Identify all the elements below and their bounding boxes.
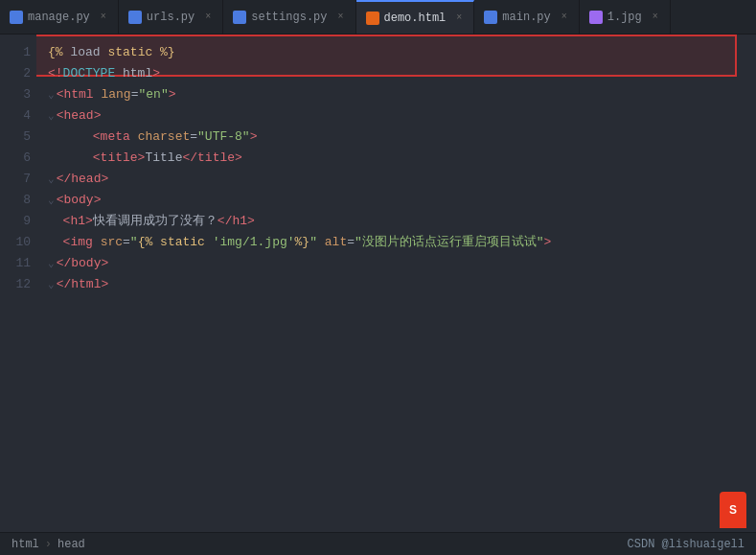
token: > bbox=[152, 63, 160, 84]
token: </head> bbox=[57, 169, 109, 190]
token: > bbox=[169, 84, 176, 105]
csdn-credit: CSDN @lishuaigell bbox=[628, 538, 745, 551]
token: DOCTYPE bbox=[63, 63, 116, 84]
code-line-9: <h1> 快看调用成功了没有？ </h1> bbox=[48, 211, 756, 232]
tab-1jpg[interactable]: 1.jpg × bbox=[580, 0, 671, 35]
code-line-8: ⌄ <body> bbox=[48, 190, 756, 211]
token: <! bbox=[48, 63, 63, 84]
tab-manage-py[interactable]: manage.py × bbox=[0, 0, 119, 35]
token bbox=[94, 84, 102, 105]
tab-demo-html[interactable]: demo.html × bbox=[356, 0, 475, 35]
breadcrumb-file: html bbox=[11, 538, 39, 551]
tab-close-urls[interactable]: × bbox=[203, 11, 213, 23]
token: 'img/1.jpg' bbox=[213, 232, 295, 253]
token: </html> bbox=[57, 274, 109, 295]
token: static bbox=[107, 42, 152, 63]
token: = bbox=[347, 232, 355, 253]
token: load bbox=[63, 42, 108, 63]
csdn-watermark: S bbox=[720, 492, 746, 528]
status-bar: html › head CSDN @lishuaigell bbox=[0, 532, 756, 555]
tab-label: urls.py bbox=[147, 11, 195, 24]
code-line-1: {% load static %} bbox=[48, 42, 756, 63]
token bbox=[130, 127, 138, 148]
code-line-10: <img src = " {% static 'img/1.jpg' %} " … bbox=[48, 232, 756, 253]
token bbox=[48, 127, 93, 148]
code-line-7: ⌄ </head> bbox=[48, 169, 756, 190]
tab-bar: manage.py × urls.py × settings.py × demo… bbox=[0, 0, 756, 35]
code-line-6: <title> Title </title> bbox=[48, 148, 756, 169]
token: %} bbox=[160, 42, 175, 63]
token: alt bbox=[325, 232, 347, 253]
token: src bbox=[101, 232, 123, 253]
jpg-icon bbox=[589, 11, 603, 24]
token: > bbox=[250, 127, 258, 148]
py-icon bbox=[484, 11, 497, 24]
token: Title bbox=[145, 148, 182, 169]
py-icon bbox=[128, 11, 142, 24]
tab-close-demo[interactable]: × bbox=[454, 12, 464, 24]
breadcrumb: html › head bbox=[11, 538, 85, 551]
editor-area: 1 2 3 4 5 6 7 8 9 10 11 12 {% load stati… bbox=[0, 35, 756, 532]
tab-main-py[interactable]: main.py × bbox=[474, 0, 579, 35]
fold-indicator: ⌄ bbox=[48, 169, 55, 190]
token bbox=[205, 232, 213, 253]
token: = bbox=[131, 84, 139, 105]
fold-indicator: ⌄ bbox=[48, 190, 55, 211]
token: <meta bbox=[93, 127, 130, 148]
token bbox=[48, 232, 63, 253]
token: <title> bbox=[93, 148, 146, 169]
token: static bbox=[160, 232, 205, 253]
token: </title> bbox=[182, 148, 241, 169]
html-icon bbox=[366, 12, 379, 25]
token: <html bbox=[57, 84, 94, 105]
token: " bbox=[309, 232, 317, 253]
code-editor[interactable]: {% load static %} <! DOCTYPE html > ⌄ <h… bbox=[36, 35, 756, 532]
token: <img bbox=[63, 232, 93, 253]
token: html bbox=[115, 63, 152, 84]
code-line-4: ⌄ <head> bbox=[48, 105, 756, 127]
token: lang bbox=[101, 84, 130, 105]
token: = bbox=[190, 127, 197, 148]
token: <h1> bbox=[63, 211, 93, 232]
fold-indicator: ⌄ bbox=[48, 84, 55, 105]
tab-close-manage[interactable]: × bbox=[99, 11, 108, 23]
code-line-12: ⌄ </html> bbox=[48, 274, 756, 295]
tab-urls-py[interactable]: urls.py × bbox=[119, 0, 223, 35]
tab-label: manage.py bbox=[28, 11, 90, 24]
py-icon bbox=[10, 11, 23, 24]
tab-label: 1.jpg bbox=[607, 11, 642, 24]
fold-indicator: ⌄ bbox=[48, 105, 55, 127]
tab-label: demo.html bbox=[384, 12, 447, 25]
line-numbers: 1 2 3 4 5 6 7 8 9 10 11 12 bbox=[0, 35, 36, 532]
tab-close-1jpg[interactable]: × bbox=[651, 11, 660, 23]
tab-close-settings[interactable]: × bbox=[335, 11, 345, 23]
token: {% bbox=[138, 232, 153, 253]
code-line-5: <meta charset = "UTF-8" > bbox=[48, 127, 756, 148]
token bbox=[93, 232, 101, 253]
token bbox=[48, 211, 63, 232]
token bbox=[152, 232, 160, 253]
fold-indicator: ⌄ bbox=[48, 274, 55, 295]
token: <head> bbox=[57, 105, 102, 127]
token: > bbox=[544, 232, 552, 253]
token: 快看调用成功了没有？ bbox=[93, 211, 218, 232]
token bbox=[48, 148, 93, 169]
token bbox=[152, 42, 160, 63]
token bbox=[317, 232, 325, 253]
token: = bbox=[123, 232, 130, 253]
token: {% bbox=[48, 42, 63, 63]
tab-settings-py[interactable]: settings.py × bbox=[223, 0, 355, 35]
token: "en" bbox=[138, 84, 168, 105]
token: charset bbox=[138, 127, 191, 148]
tab-close-main[interactable]: × bbox=[560, 11, 569, 23]
code-line-3: ⌄ <html lang = "en" > bbox=[48, 84, 756, 105]
tab-label: settings.py bbox=[251, 11, 327, 24]
token: "没图片的话点运行重启项目试试" bbox=[355, 232, 544, 253]
fold-indicator: ⌄ bbox=[48, 253, 55, 274]
py-icon bbox=[233, 11, 246, 24]
token: </body> bbox=[57, 253, 109, 274]
token: <body> bbox=[57, 190, 102, 211]
breadcrumb-item: head bbox=[57, 538, 85, 551]
code-line-11: ⌄ </body> bbox=[48, 253, 756, 274]
tab-label: main.py bbox=[502, 11, 550, 24]
